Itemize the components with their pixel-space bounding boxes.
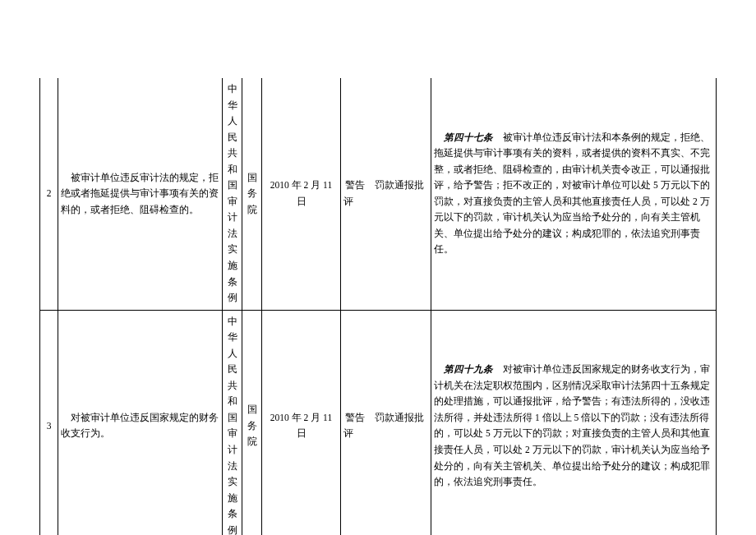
law-name: 中华人民共和国审计法实施条例 <box>223 310 242 535</box>
violation-desc: 对被审计单位违反国家规定的财务收支行为。 <box>58 310 223 535</box>
date: 2010 年 2 月 11 日 <box>262 78 341 310</box>
row-number: 2 <box>40 78 58 310</box>
law-name: 中华人民共和国审计法实施条例 <box>223 78 242 310</box>
detail-text: 第四十九条 对被审计单位违反国家规定的财务收支行为，审计机关在法定职权范围内，区… <box>431 310 717 535</box>
regulations-table: 2 被审计单位违反审计法的规定，拒绝或者拖延提供与审计事项有关的资料的，或者拒绝… <box>39 78 717 535</box>
agency: 国务院 <box>242 310 262 535</box>
row-number: 3 <box>40 310 58 535</box>
table-row: 3 对被审计单位违反国家规定的财务收支行为。 中华人民共和国审计法实施条例 国务… <box>40 310 717 535</box>
detail-text: 第四十七条 被审计单位违反审计法和本条例的规定，拒绝、拖延提供与审计事项有关的资… <box>431 78 717 310</box>
violation-desc: 被审计单位违反审计法的规定，拒绝或者拖延提供与审计事项有关的资料的，或者拒绝、阻… <box>58 78 223 310</box>
penalty-type: 警告 罚款通报批评 <box>341 310 431 535</box>
penalty-type: 警告 罚款通报批评 <box>341 78 431 310</box>
agency: 国务院 <box>242 78 262 310</box>
table-row: 2 被审计单位违反审计法的规定，拒绝或者拖延提供与审计事项有关的资料的，或者拒绝… <box>40 78 717 310</box>
date: 2010 年 2 月 11 日 <box>262 310 341 535</box>
